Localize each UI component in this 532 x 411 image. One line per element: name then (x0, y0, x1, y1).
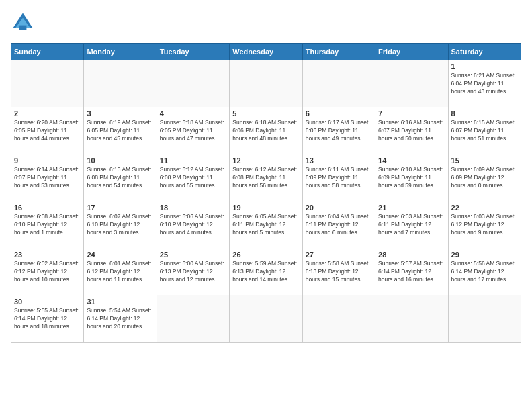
day-number: 22 (451, 203, 518, 212)
calendar-cell: 22Sunrise: 6:03 AM Sunset: 6:12 PM Dayli… (448, 201, 521, 248)
calendar-cell: 30Sunrise: 5:55 AM Sunset: 6:14 PM Dayli… (11, 295, 84, 342)
calendar-cell (230, 60, 302, 107)
calendar-cell: 29Sunrise: 5:56 AM Sunset: 6:14 PM Dayli… (448, 248, 521, 295)
calendar-cell: 18Sunrise: 6:06 AM Sunset: 6:10 PM Dayli… (157, 201, 229, 248)
day-info: Sunrise: 6:05 AM Sunset: 6:11 PM Dayligh… (232, 213, 299, 237)
calendar-cell (302, 295, 375, 342)
calendar-cell: 13Sunrise: 6:11 AM Sunset: 6:09 PM Dayli… (302, 154, 375, 201)
calendar-cell (302, 60, 375, 107)
calendar-cell: 27Sunrise: 5:58 AM Sunset: 6:13 PM Dayli… (302, 248, 375, 295)
day-info: Sunrise: 6:15 AM Sunset: 6:07 PM Dayligh… (451, 119, 518, 143)
calendar-cell: 11Sunrise: 6:12 AM Sunset: 6:08 PM Dayli… (157, 154, 229, 201)
day-info: Sunrise: 6:12 AM Sunset: 6:08 PM Dayligh… (232, 166, 299, 190)
day-number: 26 (232, 250, 299, 259)
day-info: Sunrise: 5:55 AM Sunset: 6:14 PM Dayligh… (14, 307, 81, 331)
calendar-body: 1Sunrise: 6:21 AM Sunset: 6:04 PM Daylig… (11, 60, 521, 342)
calendar-cell: 5Sunrise: 6:18 AM Sunset: 6:06 PM Daylig… (230, 107, 302, 154)
day-info: Sunrise: 5:59 AM Sunset: 6:13 PM Dayligh… (232, 260, 299, 284)
day-number: 13 (306, 156, 372, 165)
day-number: 6 (306, 109, 372, 118)
day-number: 24 (87, 250, 153, 259)
day-number: 31 (87, 298, 153, 306)
day-number: 23 (14, 250, 81, 259)
day-number: 17 (87, 203, 153, 212)
day-info: Sunrise: 6:03 AM Sunset: 6:11 PM Dayligh… (378, 213, 445, 237)
calendar-cell: 24Sunrise: 6:01 AM Sunset: 6:12 PM Dayli… (84, 248, 157, 295)
day-number: 5 (232, 109, 299, 118)
calendar-cell (11, 60, 84, 107)
day-number: 21 (378, 203, 445, 212)
day-info: Sunrise: 6:18 AM Sunset: 6:05 PM Dayligh… (160, 119, 226, 143)
svg-rect-2 (19, 26, 27, 30)
day-info: Sunrise: 6:13 AM Sunset: 6:08 PM Dayligh… (87, 166, 153, 190)
calendar-table: SundayMondayTuesdayWednesdayThursdayFrid… (11, 43, 521, 342)
calendar-cell (84, 60, 157, 107)
day-number: 12 (232, 156, 299, 165)
day-number: 18 (160, 203, 226, 212)
day-of-week-saturday: Saturday (448, 44, 521, 60)
week-row-6: 30Sunrise: 5:55 AM Sunset: 6:14 PM Dayli… (11, 295, 521, 342)
day-info: Sunrise: 6:11 AM Sunset: 6:09 PM Dayligh… (306, 166, 372, 190)
calendar-cell: 7Sunrise: 6:16 AM Sunset: 6:07 PM Daylig… (375, 107, 448, 154)
calendar-cell: 16Sunrise: 6:08 AM Sunset: 6:10 PM Dayli… (11, 201, 84, 248)
day-info: Sunrise: 6:04 AM Sunset: 6:11 PM Dayligh… (306, 213, 372, 237)
calendar-cell (157, 295, 229, 342)
calendar-cell: 4Sunrise: 6:18 AM Sunset: 6:05 PM Daylig… (157, 107, 229, 154)
day-of-week-thursday: Thursday (302, 44, 375, 60)
week-row-1: 1Sunrise: 6:21 AM Sunset: 6:04 PM Daylig… (11, 60, 521, 107)
calendar-cell: 31Sunrise: 5:54 AM Sunset: 6:14 PM Dayli… (84, 295, 157, 342)
week-row-4: 16Sunrise: 6:08 AM Sunset: 6:10 PM Dayli… (11, 201, 521, 248)
day-number: 25 (160, 250, 226, 259)
day-info: Sunrise: 6:01 AM Sunset: 6:12 PM Dayligh… (87, 260, 153, 284)
day-info: Sunrise: 6:17 AM Sunset: 6:06 PM Dayligh… (306, 119, 372, 143)
day-info: Sunrise: 5:54 AM Sunset: 6:14 PM Dayligh… (87, 307, 153, 331)
calendar-cell: 28Sunrise: 5:57 AM Sunset: 6:14 PM Dayli… (375, 248, 448, 295)
calendar-cell (375, 295, 448, 342)
day-info: Sunrise: 6:00 AM Sunset: 6:13 PM Dayligh… (160, 260, 226, 284)
week-row-2: 2Sunrise: 6:20 AM Sunset: 6:05 PM Daylig… (11, 107, 521, 154)
logo (11, 11, 38, 35)
day-number: 15 (451, 156, 518, 165)
calendar-cell: 12Sunrise: 6:12 AM Sunset: 6:08 PM Dayli… (230, 154, 302, 201)
day-number: 28 (378, 250, 445, 259)
calendar-cell: 17Sunrise: 6:07 AM Sunset: 6:10 PM Dayli… (84, 201, 157, 248)
day-number: 29 (451, 250, 518, 259)
calendar-cell: 20Sunrise: 6:04 AM Sunset: 6:11 PM Dayli… (302, 201, 375, 248)
calendar-cell: 8Sunrise: 6:15 AM Sunset: 6:07 PM Daylig… (448, 107, 521, 154)
calendar-header: SundayMondayTuesdayWednesdayThursdayFrid… (11, 44, 521, 60)
calendar-cell: 23Sunrise: 6:02 AM Sunset: 6:12 PM Dayli… (11, 248, 84, 295)
day-of-week-monday: Monday (84, 44, 157, 60)
day-number: 19 (232, 203, 299, 212)
day-number: 1 (451, 62, 518, 71)
day-info: Sunrise: 6:09 AM Sunset: 6:09 PM Dayligh… (451, 166, 518, 190)
day-info: Sunrise: 6:12 AM Sunset: 6:08 PM Dayligh… (160, 166, 226, 190)
day-info: Sunrise: 5:56 AM Sunset: 6:14 PM Dayligh… (451, 260, 518, 284)
day-info: Sunrise: 5:58 AM Sunset: 6:13 PM Dayligh… (306, 260, 372, 284)
calendar-cell: 6Sunrise: 6:17 AM Sunset: 6:06 PM Daylig… (302, 107, 375, 154)
day-number: 8 (451, 109, 518, 118)
calendar-cell: 26Sunrise: 5:59 AM Sunset: 6:13 PM Dayli… (230, 248, 302, 295)
day-of-week-sunday: Sunday (11, 44, 84, 60)
calendar-cell (375, 60, 448, 107)
days-of-week-row: SundayMondayTuesdayWednesdayThursdayFrid… (11, 44, 521, 60)
calendar-cell: 1Sunrise: 6:21 AM Sunset: 6:04 PM Daylig… (448, 60, 521, 107)
day-info: Sunrise: 6:14 AM Sunset: 6:07 PM Dayligh… (14, 166, 81, 190)
day-number: 10 (87, 156, 153, 165)
day-of-week-friday: Friday (375, 44, 448, 60)
calendar-cell: 2Sunrise: 6:20 AM Sunset: 6:05 PM Daylig… (11, 107, 84, 154)
day-info: Sunrise: 6:03 AM Sunset: 6:12 PM Dayligh… (451, 213, 518, 237)
week-row-3: 9Sunrise: 6:14 AM Sunset: 6:07 PM Daylig… (11, 154, 521, 201)
day-info: Sunrise: 6:16 AM Sunset: 6:07 PM Dayligh… (378, 119, 445, 143)
day-info: Sunrise: 6:20 AM Sunset: 6:05 PM Dayligh… (14, 119, 81, 143)
day-of-week-tuesday: Tuesday (157, 44, 229, 60)
day-number: 16 (14, 203, 81, 212)
calendar-cell: 25Sunrise: 6:00 AM Sunset: 6:13 PM Dayli… (157, 248, 229, 295)
calendar-cell: 15Sunrise: 6:09 AM Sunset: 6:09 PM Dayli… (448, 154, 521, 201)
day-info: Sunrise: 6:08 AM Sunset: 6:10 PM Dayligh… (14, 213, 81, 237)
calendar-cell (157, 60, 229, 107)
day-number: 9 (14, 156, 81, 165)
calendar-cell: 10Sunrise: 6:13 AM Sunset: 6:08 PM Dayli… (84, 154, 157, 201)
calendar-cell: 9Sunrise: 6:14 AM Sunset: 6:07 PM Daylig… (11, 154, 84, 201)
day-of-week-wednesday: Wednesday (230, 44, 302, 60)
day-number: 14 (378, 156, 445, 165)
